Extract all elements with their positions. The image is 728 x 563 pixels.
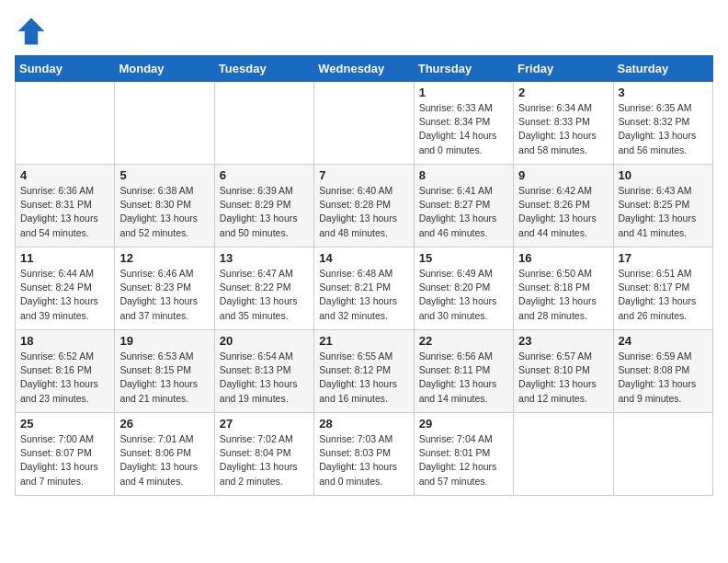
calendar-cell: 16Sunrise: 6:50 AM Sunset: 8:18 PM Dayli…	[514, 247, 613, 330]
column-header-sunday: Sunday	[16, 56, 115, 82]
calendar-cell: 25Sunrise: 7:00 AM Sunset: 8:07 PM Dayli…	[16, 413, 115, 496]
calendar-cell: 27Sunrise: 7:02 AM Sunset: 8:04 PM Dayli…	[214, 413, 313, 496]
calendar-cell: 19Sunrise: 6:53 AM Sunset: 8:15 PM Dayli…	[115, 330, 214, 413]
day-number: 13	[220, 251, 309, 265]
day-info: Sunrise: 6:40 AM Sunset: 8:28 PM Dayligh…	[319, 184, 408, 240]
svg-marker-0	[18, 18, 45, 45]
day-info: Sunrise: 6:55 AM Sunset: 8:12 PM Dayligh…	[319, 350, 408, 406]
calendar-week-5: 25Sunrise: 7:00 AM Sunset: 8:07 PM Dayli…	[16, 413, 713, 496]
day-number: 23	[518, 334, 608, 348]
column-header-monday: Monday	[115, 56, 214, 82]
day-number: 16	[518, 251, 608, 265]
day-info: Sunrise: 6:48 AM Sunset: 8:21 PM Dayligh…	[319, 267, 408, 323]
day-info: Sunrise: 6:44 AM Sunset: 8:24 PM Dayligh…	[20, 267, 109, 323]
calendar-cell: 20Sunrise: 6:54 AM Sunset: 8:13 PM Dayli…	[214, 330, 313, 413]
column-header-thursday: Thursday	[414, 56, 513, 82]
day-number: 12	[119, 251, 209, 265]
calendar-cell: 11Sunrise: 6:44 AM Sunset: 8:24 PM Dayli…	[16, 247, 115, 330]
day-number: 1	[419, 86, 508, 99]
calendar-cell: 14Sunrise: 6:48 AM Sunset: 8:21 PM Dayli…	[314, 247, 414, 330]
page-header	[15, 15, 713, 48]
day-number: 11	[20, 251, 109, 265]
calendar-cell: 17Sunrise: 6:51 AM Sunset: 8:17 PM Dayli…	[613, 247, 712, 330]
calendar-cell: 7Sunrise: 6:40 AM Sunset: 8:28 PM Daylig…	[314, 165, 414, 247]
day-info: Sunrise: 7:00 AM Sunset: 8:07 PM Dayligh…	[20, 432, 109, 488]
day-info: Sunrise: 6:54 AM Sunset: 8:13 PM Dayligh…	[220, 350, 309, 406]
day-number: 22	[419, 334, 508, 348]
day-info: Sunrise: 6:36 AM Sunset: 8:31 PM Dayligh…	[20, 184, 109, 240]
calendar-cell: 28Sunrise: 7:03 AM Sunset: 8:03 PM Dayli…	[314, 413, 414, 496]
calendar-cell: 4Sunrise: 6:36 AM Sunset: 8:31 PM Daylig…	[16, 165, 115, 247]
day-info: Sunrise: 6:33 AM Sunset: 8:34 PM Dayligh…	[419, 101, 508, 157]
column-header-saturday: Saturday	[613, 56, 712, 82]
calendar-cell: 29Sunrise: 7:04 AM Sunset: 8:01 PM Dayli…	[414, 413, 513, 496]
calendar-cell: 21Sunrise: 6:55 AM Sunset: 8:12 PM Dayli…	[314, 330, 414, 413]
day-info: Sunrise: 6:46 AM Sunset: 8:23 PM Dayligh…	[119, 267, 209, 323]
calendar-body: 1Sunrise: 6:33 AM Sunset: 8:34 PM Daylig…	[16, 82, 713, 496]
calendar-cell: 2Sunrise: 6:34 AM Sunset: 8:33 PM Daylig…	[514, 82, 613, 165]
calendar-cell: 18Sunrise: 6:52 AM Sunset: 8:16 PM Dayli…	[16, 330, 115, 413]
calendar-cell: 23Sunrise: 6:57 AM Sunset: 8:10 PM Dayli…	[514, 330, 613, 413]
day-info: Sunrise: 7:02 AM Sunset: 8:04 PM Dayligh…	[220, 432, 309, 488]
calendar-cell: 1Sunrise: 6:33 AM Sunset: 8:34 PM Daylig…	[414, 82, 513, 165]
calendar-cell	[214, 82, 313, 165]
calendar-cell: 15Sunrise: 6:49 AM Sunset: 8:20 PM Dayli…	[414, 247, 513, 330]
day-number: 26	[119, 417, 209, 431]
day-info: Sunrise: 7:01 AM Sunset: 8:06 PM Dayligh…	[119, 432, 209, 488]
day-number: 3	[619, 86, 708, 99]
calendar-cell	[514, 413, 613, 496]
calendar-table: SundayMondayTuesdayWednesdayThursdayFrid…	[15, 55, 713, 496]
day-number: 7	[319, 168, 408, 182]
day-info: Sunrise: 6:35 AM Sunset: 8:32 PM Dayligh…	[619, 101, 708, 157]
calendar-cell: 12Sunrise: 6:46 AM Sunset: 8:23 PM Dayli…	[115, 247, 214, 330]
column-header-tuesday: Tuesday	[214, 56, 313, 82]
calendar-cell: 6Sunrise: 6:39 AM Sunset: 8:29 PM Daylig…	[214, 165, 313, 247]
day-info: Sunrise: 6:34 AM Sunset: 8:33 PM Dayligh…	[518, 101, 608, 157]
calendar-cell: 5Sunrise: 6:38 AM Sunset: 8:30 PM Daylig…	[115, 165, 214, 247]
calendar-cell: 3Sunrise: 6:35 AM Sunset: 8:32 PM Daylig…	[613, 82, 712, 165]
calendar-cell	[613, 413, 712, 496]
calendar-week-4: 18Sunrise: 6:52 AM Sunset: 8:16 PM Dayli…	[16, 330, 713, 413]
day-info: Sunrise: 6:39 AM Sunset: 8:29 PM Dayligh…	[220, 184, 309, 240]
day-info: Sunrise: 6:43 AM Sunset: 8:25 PM Dayligh…	[619, 184, 708, 240]
logo-icon	[15, 15, 48, 48]
day-number: 28	[319, 417, 408, 431]
calendar-cell: 24Sunrise: 6:59 AM Sunset: 8:08 PM Dayli…	[613, 330, 712, 413]
column-header-wednesday: Wednesday	[314, 56, 414, 82]
column-header-friday: Friday	[514, 56, 613, 82]
calendar-week-1: 1Sunrise: 6:33 AM Sunset: 8:34 PM Daylig…	[16, 82, 713, 165]
day-number: 25	[20, 417, 109, 431]
day-number: 19	[119, 334, 209, 348]
day-info: Sunrise: 7:04 AM Sunset: 8:01 PM Dayligh…	[419, 432, 508, 488]
calendar-cell: 8Sunrise: 6:41 AM Sunset: 8:27 PM Daylig…	[414, 165, 513, 247]
calendar-cell: 26Sunrise: 7:01 AM Sunset: 8:06 PM Dayli…	[115, 413, 214, 496]
day-info: Sunrise: 6:49 AM Sunset: 8:20 PM Dayligh…	[419, 267, 508, 323]
day-number: 29	[419, 417, 508, 431]
calendar-cell: 13Sunrise: 6:47 AM Sunset: 8:22 PM Dayli…	[214, 247, 313, 330]
day-info: Sunrise: 6:52 AM Sunset: 8:16 PM Dayligh…	[20, 350, 109, 406]
day-number: 9	[518, 168, 608, 182]
day-number: 20	[220, 334, 309, 348]
day-number: 21	[319, 334, 408, 348]
calendar-cell	[16, 82, 115, 165]
day-info: Sunrise: 6:53 AM Sunset: 8:15 PM Dayligh…	[119, 350, 209, 406]
day-info: Sunrise: 6:47 AM Sunset: 8:22 PM Dayligh…	[220, 267, 309, 323]
day-number: 4	[20, 168, 109, 182]
calendar-week-3: 11Sunrise: 6:44 AM Sunset: 8:24 PM Dayli…	[16, 247, 713, 330]
day-number: 24	[619, 334, 708, 348]
day-info: Sunrise: 6:38 AM Sunset: 8:30 PM Dayligh…	[119, 184, 209, 240]
calendar-week-2: 4Sunrise: 6:36 AM Sunset: 8:31 PM Daylig…	[16, 165, 713, 247]
calendar-cell: 22Sunrise: 6:56 AM Sunset: 8:11 PM Dayli…	[414, 330, 513, 413]
day-number: 15	[419, 251, 508, 265]
day-info: Sunrise: 6:51 AM Sunset: 8:17 PM Dayligh…	[619, 267, 708, 323]
calendar-cell	[314, 82, 414, 165]
day-info: Sunrise: 6:59 AM Sunset: 8:08 PM Dayligh…	[619, 350, 708, 406]
day-number: 17	[619, 251, 708, 265]
day-number: 10	[619, 168, 708, 182]
calendar-cell	[115, 82, 214, 165]
day-number: 5	[119, 168, 209, 182]
day-number: 18	[20, 334, 109, 348]
calendar-cell: 10Sunrise: 6:43 AM Sunset: 8:25 PM Dayli…	[613, 165, 712, 247]
day-info: Sunrise: 6:57 AM Sunset: 8:10 PM Dayligh…	[518, 350, 608, 406]
day-number: 8	[419, 168, 508, 182]
